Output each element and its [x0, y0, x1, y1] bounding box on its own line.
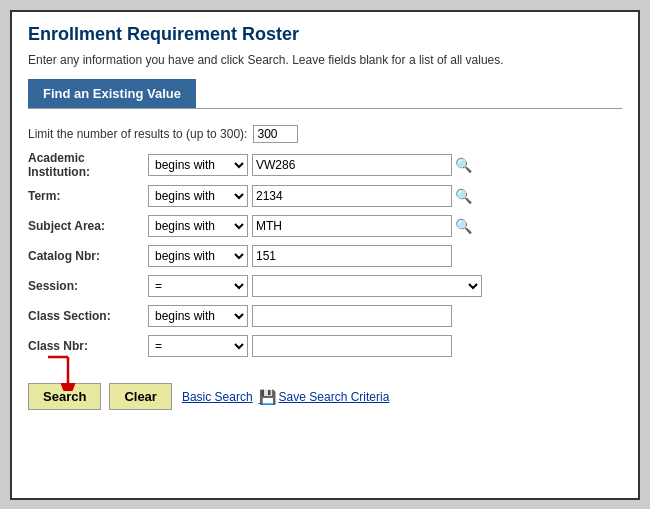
field-row-subject-area: Subject Area: begins with = contains 🔍	[28, 213, 622, 239]
save-search-link[interactable]: 💾 Save Search Criteria	[259, 389, 390, 405]
field-row-session: Session: = begins with contains	[28, 273, 622, 299]
arrow-indicator	[38, 355, 78, 391]
operator-class-nbr[interactable]: = begins with contains	[148, 335, 248, 357]
label-class-nbr: Class Nbr:	[28, 339, 148, 353]
operator-subject-area[interactable]: begins with = contains	[148, 215, 248, 237]
label-subject-area: Subject Area:	[28, 219, 148, 233]
value-academic-institution[interactable]	[252, 154, 452, 176]
field-row-class-section: Class Section: begins with = contains	[28, 303, 622, 329]
save-search-label: Save Search Criteria	[279, 390, 390, 404]
field-row-academic-institution: AcademicInstitution: begins with = conta…	[28, 151, 622, 180]
value-catalog-nbr[interactable]	[252, 245, 452, 267]
value-session[interactable]	[252, 275, 482, 297]
label-session: Session:	[28, 279, 148, 293]
operator-session[interactable]: = begins with contains	[148, 275, 248, 297]
label-term: Term:	[28, 189, 148, 203]
label-academic-institution: AcademicInstitution:	[28, 151, 148, 180]
operator-academic-institution[interactable]: begins with = contains	[148, 154, 248, 176]
tab-find-existing-value[interactable]: Find an Existing Value	[28, 79, 196, 108]
main-container: Enrollment Requirement Roster Enter any …	[10, 10, 640, 500]
page-title: Enrollment Requirement Roster	[28, 24, 622, 45]
lookup-icon-academic-institution[interactable]: 🔍	[455, 157, 472, 173]
search-form: Limit the number of results to (up to 30…	[28, 119, 622, 370]
label-class-section: Class Section:	[28, 309, 148, 323]
lookup-icon-subject-area[interactable]: 🔍	[455, 218, 472, 234]
buttons-row: Search Clear Basic Search 💾 Save Search …	[28, 383, 622, 410]
label-catalog-nbr: Catalog Nbr:	[28, 249, 148, 263]
value-class-nbr[interactable]	[252, 335, 452, 357]
clear-button[interactable]: Clear	[109, 383, 172, 410]
operator-catalog-nbr[interactable]: begins with = contains	[148, 245, 248, 267]
lookup-icon-term[interactable]: 🔍	[455, 188, 472, 204]
page-description: Enter any information you have and click…	[28, 53, 622, 67]
limit-row: Limit the number of results to (up to 30…	[28, 125, 622, 143]
limit-label: Limit the number of results to (up to 30…	[28, 127, 247, 141]
field-row-catalog-nbr: Catalog Nbr: begins with = contains	[28, 243, 622, 269]
value-class-section[interactable]	[252, 305, 452, 327]
field-row-term: Term: begins with = contains 🔍	[28, 183, 622, 209]
limit-input[interactable]	[253, 125, 298, 143]
tab-bar: Find an Existing Value	[28, 79, 622, 108]
arrow-container: Search	[28, 383, 101, 410]
value-term[interactable]	[252, 185, 452, 207]
save-icon: 💾	[259, 389, 276, 405]
basic-search-link[interactable]: Basic Search	[182, 390, 253, 404]
value-subject-area[interactable]	[252, 215, 452, 237]
field-row-class-nbr: Class Nbr: = begins with contains	[28, 333, 622, 359]
operator-class-section[interactable]: begins with = contains	[148, 305, 248, 327]
operator-term[interactable]: begins with = contains	[148, 185, 248, 207]
